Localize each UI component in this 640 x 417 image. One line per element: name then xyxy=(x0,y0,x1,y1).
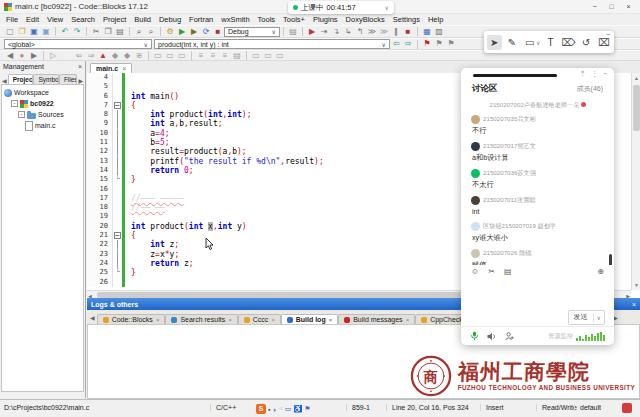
annotation-minimize-icon[interactable]: − xyxy=(606,30,611,39)
expander-icon[interactable]: - xyxy=(11,100,18,107)
build-icon[interactable]: ⚙ xyxy=(164,27,176,37)
pen-tool-icon[interactable]: ✎ xyxy=(504,35,519,50)
copy-icon[interactable]: ❐ xyxy=(102,27,114,37)
scroll-down-icon[interactable]: ▼ xyxy=(634,281,639,289)
send-caret-icon[interactable]: ∨ xyxy=(594,314,604,321)
editor-tab-main-c[interactable]: main.c × xyxy=(90,63,132,73)
tab-discussion[interactable]: 讨论区 xyxy=(472,83,498,95)
log-tab-cccc[interactable]: Cccc× xyxy=(238,314,281,324)
popout-icon[interactable]: ⇡ xyxy=(580,70,586,78)
size-3-icon[interactable]: ▭ xyxy=(274,51,286,61)
fold-marker[interactable]: − xyxy=(114,232,121,239)
next-bookmark-icon[interactable]: ⚑ xyxy=(445,39,457,49)
tree-item-workspace[interactable]: Workspace xyxy=(2,87,83,98)
border-all-icon[interactable]: ▤ xyxy=(231,51,243,61)
stop-debugger-icon[interactable]: ■ xyxy=(402,27,414,37)
run-icon[interactable]: ▶ xyxy=(176,27,188,37)
border-top-icon[interactable]: ≡ xyxy=(195,51,207,61)
ime-icon[interactable] xyxy=(622,403,632,413)
scroll-up-icon[interactable]: ▲ xyxy=(634,74,639,82)
send-button[interactable]: 发送 ∨ xyxy=(568,310,605,325)
log-tab-build-messages[interactable]: Build messages× xyxy=(338,314,415,324)
size-2-icon[interactable]: ▭ xyxy=(262,51,274,61)
new-file-icon[interactable]: ▢ xyxy=(4,27,16,37)
chevron-down-icon[interactable]: ∨ xyxy=(382,41,386,48)
paste-icon[interactable]: ▤ xyxy=(114,27,126,37)
tabs-scroll-left-icon[interactable]: ◀ xyxy=(1,77,8,84)
tray-icon-3[interactable]: ⁖ xyxy=(279,405,283,413)
minimize-button[interactable]: − xyxy=(587,3,602,10)
tray-icon-5[interactable]: ♿ xyxy=(293,405,302,413)
chevron-down-icon[interactable]: ∨ xyxy=(272,28,276,35)
menu-build[interactable]: Build xyxy=(130,15,155,24)
share-person-icon[interactable] xyxy=(505,332,514,341)
chevron-down-icon[interactable]: ∨ xyxy=(536,39,540,46)
tab-symbols[interactable]: Symbols xyxy=(33,74,58,84)
menu-tools[interactable]: Tools+ xyxy=(279,15,309,24)
discussion-panel-header[interactable]: ⇡⋮− xyxy=(461,68,614,81)
menu-debug[interactable]: Debug xyxy=(155,15,185,24)
menu-help[interactable]: Help xyxy=(424,15,447,24)
drag-handle[interactable] xyxy=(473,74,557,77)
more-icon[interactable]: ⋮ xyxy=(591,70,598,78)
toggle-bookmark-icon[interactable]: ⚑ xyxy=(421,39,433,49)
browse-forward-icon[interactable]: ▶ xyxy=(28,51,40,61)
tab-projects[interactable]: Projects xyxy=(8,74,34,84)
save-icon[interactable]: ▣ xyxy=(28,27,40,37)
step-out-icon[interactable]: ↰ xyxy=(354,27,366,37)
text-tool-icon[interactable]: T xyxy=(543,35,558,50)
various-info-icon[interactable]: ▨ xyxy=(433,27,445,37)
chevron-down-icon[interactable]: ∨ xyxy=(144,41,148,48)
workspace-button-icon[interactable]: ▤ xyxy=(287,27,299,37)
align-left-icon[interactable]: ▭ xyxy=(152,51,164,61)
border-middle-icon[interactable]: ≡ xyxy=(207,51,219,61)
replace-icon[interactable]: ⌕ xyxy=(145,27,157,37)
symbol-combo[interactable]: product(int x, int y) : int∨ xyxy=(154,39,390,49)
tray-icon-1[interactable]: ▪ xyxy=(268,406,270,413)
next-instruction-icon[interactable]: ≫ xyxy=(366,27,378,37)
emoji-icon[interactable]: ☺ xyxy=(471,267,479,276)
log-tab-close-icon[interactable]: × xyxy=(329,317,333,323)
browse-back-icon[interactable]: ◀ xyxy=(4,51,16,61)
maximize-button[interactable]: □ xyxy=(604,3,619,10)
undo-tool-icon[interactable]: ↺ xyxy=(578,35,593,50)
microphone-icon[interactable] xyxy=(470,331,479,341)
cursor-tool-icon[interactable]: ➤ xyxy=(487,35,502,50)
menu-edit[interactable]: Edit xyxy=(22,15,43,24)
log-tab-close-icon[interactable]: × xyxy=(406,317,410,323)
wxsmith-item-1-icon[interactable]: ◆ xyxy=(109,51,121,61)
wxsmith-item-3-icon[interactable]: ≋ xyxy=(133,51,145,61)
more-options-icon[interactable]: ⊕ xyxy=(597,267,604,276)
tree-item-bc0922[interactable]: -bc0922 xyxy=(2,98,83,109)
chat-input[interactable] xyxy=(461,278,614,308)
next-line-icon[interactable]: ↴ xyxy=(330,27,342,37)
tabs-scroll-right-icon[interactable]: ▶ xyxy=(77,77,84,84)
build-and-run-icon[interactable]: ▶ xyxy=(188,27,200,37)
save-all-icon[interactable]: ▣ xyxy=(40,27,52,37)
build-target-combo[interactable]: Debug∨ xyxy=(224,27,280,37)
log-tab-build-log[interactable]: Build log× xyxy=(281,314,338,324)
logs-tabs-scroll-left-icon[interactable]: ◀ xyxy=(88,314,97,321)
expander-icon[interactable]: - xyxy=(18,111,25,118)
menu-plugins[interactable]: Plugins xyxy=(309,15,342,24)
message-list[interactable]: 2150207002卢春航送给老师一朵2150207035吕文彬不行215020… xyxy=(461,96,614,265)
align-right-icon[interactable]: ▭ xyxy=(176,51,188,61)
editor-tab-close-icon[interactable]: × xyxy=(122,65,126,72)
menu-search[interactable]: Search xyxy=(67,15,99,24)
logs-close-icon[interactable]: × xyxy=(632,301,636,308)
minimize-icon[interactable]: − xyxy=(603,70,607,78)
tray-icon-2[interactable]: ◗ xyxy=(272,406,276,413)
border-bottom-icon[interactable]: ≡ xyxy=(219,51,231,61)
wxsmith-prev-icon[interactable]: ⇐ xyxy=(73,51,85,61)
scope-combo[interactable]: <global>∨ xyxy=(4,39,152,49)
log-tab-close-icon[interactable]: × xyxy=(228,317,232,323)
rebuild-icon[interactable]: ⟳ xyxy=(200,27,212,37)
tab-members[interactable]: 成员(46) xyxy=(577,84,603,94)
menu-project[interactable]: Project xyxy=(99,15,130,24)
undo-icon[interactable]: ↶ xyxy=(59,27,71,37)
goto-prev-icon[interactable]: ⇦ xyxy=(390,39,402,49)
wxsmith-item-2-icon[interactable]: ◆ xyxy=(121,51,133,61)
log-tab-close-icon[interactable]: × xyxy=(156,317,160,323)
menu-tools[interactable]: Tools xyxy=(254,15,280,24)
run-to-cursor-icon[interactable]: ⇥ xyxy=(318,27,330,37)
